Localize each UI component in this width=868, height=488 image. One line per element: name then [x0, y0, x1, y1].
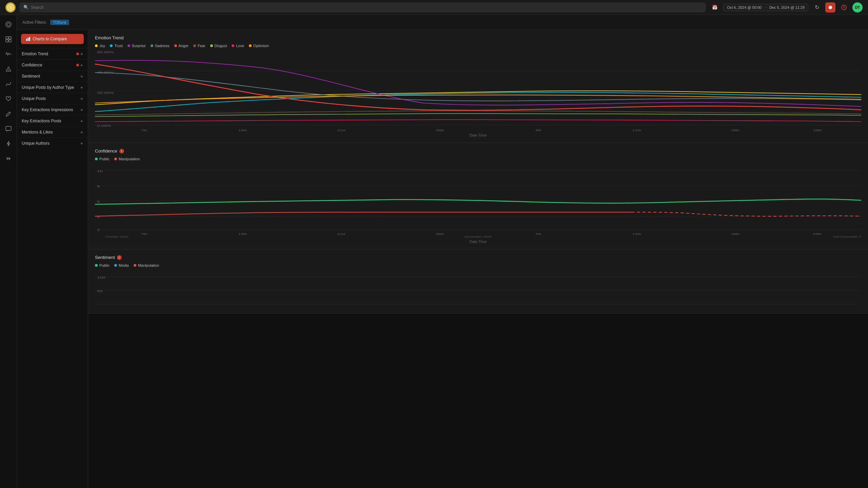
- emotion-trend-chart-card: Emotion Trend Joy Trust Surprise Sadness…: [88, 30, 868, 143]
- sidebar-item-dashboard[interactable]: [2, 33, 15, 45]
- confidence-legend: Public Manipulation: [95, 157, 861, 161]
- sidebar-item-home[interactable]: [2, 18, 15, 30]
- confidence-axis-label: Date Time: [95, 238, 861, 246]
- chart-add-icon-confidence[interactable]: +: [80, 62, 83, 68]
- sentiment-media-dot: [114, 264, 117, 267]
- emotion-dot-trust: [110, 44, 113, 47]
- main-layout: Active Filters: TDBank Charts to Compare: [0, 15, 868, 488]
- svg-point-5: [7, 23, 10, 26]
- sentiment-info-icon: !: [117, 255, 122, 260]
- chart-list-label-emotion-trend: Emotion Trend: [22, 52, 48, 56]
- sentiment-legend: Public Media Manipulation: [95, 263, 861, 267]
- svg-rect-8: [6, 40, 8, 42]
- svg-point-2: [829, 6, 832, 9]
- chart-list-item-unique-posts[interactable]: Unique Posts +: [17, 93, 88, 104]
- svg-text:November 2024: November 2024: [465, 131, 492, 132]
- chart-list-actions-emotion-trend: +: [76, 51, 83, 57]
- refresh-icon2[interactable]: [839, 2, 849, 13]
- sidebar-item-heart[interactable]: [2, 93, 15, 105]
- sidebar-item-share[interactable]: [2, 152, 15, 165]
- emotion-label-surprise: Surprise: [132, 44, 146, 48]
- date-start: Oct 6, 2024 @ 00:00: [727, 5, 762, 9]
- emotion-trend-legend: Joy Trust Surprise Sadness Anger Fear Di…: [95, 44, 861, 48]
- emotion-dot-sadness: [151, 44, 153, 47]
- svg-text:7th: 7th: [141, 232, 147, 236]
- svg-text:4th: 4th: [535, 129, 541, 132]
- svg-text:21st: 21st: [337, 129, 345, 132]
- sentiment-chart: 100 50: [95, 270, 861, 311]
- svg-text:21st: 21st: [337, 232, 345, 236]
- chart-add-icon-unique-posts-author[interactable]: +: [80, 85, 83, 90]
- svg-text:2: 2: [97, 228, 100, 231]
- confidence-info-icon: !: [119, 149, 124, 154]
- calendar-icon[interactable]: 📅: [710, 2, 720, 13]
- svg-text:28th: 28th: [435, 129, 444, 132]
- chart-list-item-confidence[interactable]: Confidence +: [17, 59, 88, 70]
- sidebar-item-pulse[interactable]: [2, 48, 15, 60]
- svg-text:25th: 25th: [813, 129, 822, 132]
- chart-add-icon-emotion-trend[interactable]: +: [80, 51, 83, 57]
- sidebar: [0, 15, 17, 488]
- chart-add-icon-key-extractions-posts[interactable]: +: [80, 118, 83, 124]
- date-range[interactable]: Oct 6, 2024 @ 00:00 → Dec 5, 2024 @ 11:2…: [723, 4, 808, 11]
- svg-rect-13: [26, 39, 27, 41]
- svg-text:20.00%: 20.00%: [97, 91, 114, 95]
- chart-list-item-unique-authors[interactable]: Unique Authors +: [17, 138, 88, 149]
- record-button[interactable]: [825, 2, 835, 13]
- sidebar-item-messages[interactable]: [2, 123, 15, 135]
- search-input[interactable]: [31, 5, 702, 10]
- svg-text:25th: 25th: [813, 232, 822, 236]
- chart-list-actions-unique-authors: +: [80, 141, 83, 146]
- search-bar[interactable]: 🔍: [20, 3, 706, 12]
- chart-list-item-key-extractions-impressions[interactable]: Key Extractions Impressions +: [17, 104, 88, 115]
- emotion-legend-item-anger: Anger: [174, 44, 189, 48]
- chart-add-icon-mentions-likes[interactable]: +: [80, 129, 83, 135]
- chart-list-item-key-extractions-posts[interactable]: Key Extractions Posts +: [17, 115, 88, 126]
- chart-list-label-confidence: Confidence: [22, 63, 42, 67]
- chart-list: Emotion Trend + Confidence + Sentiment +…: [17, 48, 88, 149]
- chart-add-icon-key-extractions-impressions[interactable]: +: [80, 107, 83, 113]
- sentiment-manipulation-label: Manipulation: [138, 263, 159, 267]
- chart-list-item-unique-posts-author[interactable]: Unique Posts by Author Type +: [17, 82, 88, 93]
- charts-main-area[interactable]: Emotion Trend Joy Trust Surprise Sadness…: [88, 30, 868, 488]
- refresh-button[interactable]: ↻: [812, 2, 822, 13]
- user-avatar[interactable]: DT: [852, 2, 863, 13]
- sidebar-item-lightning[interactable]: [2, 138, 15, 150]
- svg-text:28th: 28th: [435, 232, 444, 236]
- emotion-legend-item-love: Love: [232, 44, 244, 48]
- chart-list-actions-confidence: +: [76, 62, 83, 68]
- emotion-dot-joy: [95, 44, 98, 47]
- chart-add-icon-sentiment[interactable]: +: [80, 74, 83, 79]
- date-arrow: →: [764, 5, 767, 9]
- svg-text:2nd December 2024: 2nd December 2024: [833, 235, 861, 238]
- sidebar-item-analytics[interactable]: [2, 78, 15, 90]
- nav-right: 📅 Oct 6, 2024 @ 00:00 → Dec 5, 2024 @ 11…: [710, 2, 863, 13]
- emotion-legend-item-fear: Fear: [193, 44, 205, 48]
- sentiment-public-dot: [95, 264, 98, 267]
- svg-text:14th: 14th: [238, 129, 247, 132]
- chart-list-item-emotion-trend[interactable]: Emotion Trend +: [17, 48, 88, 59]
- emotion-dot-disgust: [210, 44, 213, 47]
- public-legend-label: Public: [99, 157, 110, 161]
- chart-list-item-mentions-likes[interactable]: Mentions & Likes +: [17, 126, 88, 138]
- chart-list-item-sentiment[interactable]: Sentiment +: [17, 70, 88, 82]
- content-area: Charts to Compare Emotion Trend + Confid…: [17, 30, 868, 488]
- charts-to-compare-button[interactable]: Charts to Compare: [21, 34, 84, 44]
- chart-list-label-mentions-likes: Mentions & Likes: [22, 130, 53, 135]
- filter-tag-tdbank[interactable]: TDBank: [50, 20, 69, 25]
- chart-add-icon-unique-posts[interactable]: +: [80, 96, 83, 101]
- svg-rect-14: [28, 38, 29, 41]
- public-legend-dot: [95, 158, 98, 160]
- sidebar-item-alert[interactable]: [2, 63, 15, 75]
- charts-panel-header: Charts to Compare: [17, 30, 88, 48]
- emotion-label-disgust: Disgust: [215, 44, 227, 48]
- chart-list-label-sentiment: Sentiment: [22, 74, 40, 79]
- app-logo[interactable]: [5, 2, 16, 13]
- sidebar-item-edit[interactable]: [2, 108, 15, 120]
- chart-add-icon-unique-authors[interactable]: +: [80, 141, 83, 146]
- emotion-legend-item-joy: Joy: [95, 44, 105, 48]
- svg-text:October 2024: October 2024: [105, 131, 128, 132]
- chart-list-actions-key-extractions-posts: +: [80, 118, 83, 124]
- sentiment-chart-card: Sentiment ! Public Media: [88, 249, 868, 314]
- charts-compare-panel: Charts to Compare Emotion Trend + Confid…: [17, 30, 88, 488]
